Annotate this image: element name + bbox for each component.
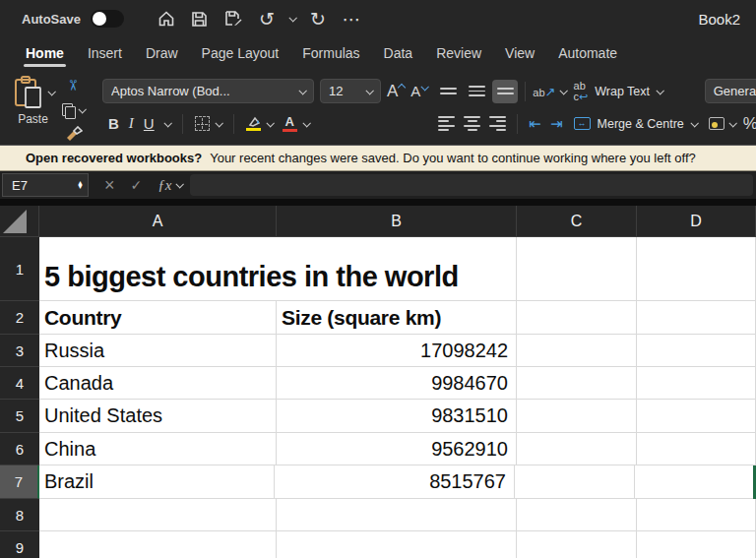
- font-name-select[interactable]: Aptos Narrow (Bod...: [102, 79, 314, 103]
- merge-centre-button[interactable]: Merge & Centre: [598, 117, 684, 131]
- select-all-button[interactable]: [0, 206, 39, 237]
- row-header-5[interactable]: 5: [0, 400, 39, 433]
- increase-indent-button[interactable]: ⇥: [550, 115, 563, 133]
- align-right-button[interactable]: [489, 116, 506, 131]
- decrease-indent-button[interactable]: ⇤: [529, 115, 541, 133]
- tab-draw[interactable]: Draw: [134, 37, 190, 69]
- cell-b8[interactable]: [277, 499, 517, 531]
- align-bottom-button[interactable]: [492, 80, 518, 103]
- cell-d2[interactable]: [637, 301, 756, 335]
- cell-b6[interactable]: 9562910: [277, 433, 517, 465]
- cell-a9[interactable]: [39, 531, 277, 558]
- cell-c8[interactable]: [517, 499, 637, 531]
- cancel-icon[interactable]: ×: [104, 175, 115, 196]
- merge-chevron-icon[interactable]: [690, 119, 698, 127]
- cell-b7[interactable]: 8515767: [275, 465, 515, 499]
- underline-chevron-icon[interactable]: [163, 119, 171, 127]
- tab-formulas[interactable]: Formulas: [290, 37, 371, 69]
- cut-button[interactable]: ✂: [62, 77, 85, 94]
- name-box[interactable]: E7 ▲▼: [2, 173, 89, 197]
- borders-button[interactable]: [195, 116, 221, 131]
- cell-a3[interactable]: Russia: [39, 335, 277, 367]
- cell-a5[interactable]: United States: [39, 400, 277, 433]
- tab-review[interactable]: Review: [424, 37, 493, 69]
- autosave-toggle[interactable]: [91, 10, 124, 28]
- cell-a6[interactable]: China: [39, 433, 277, 465]
- cell-a4[interactable]: Canada: [39, 367, 277, 400]
- cell-b3[interactable]: 17098242: [277, 335, 517, 367]
- recovery-notification-bar[interactable]: Open recovered workbooks? Your recent ch…: [0, 145, 756, 171]
- cell-b5[interactable]: 9831510: [277, 400, 517, 433]
- tab-page-layout[interactable]: Page Layout: [190, 37, 291, 69]
- cell-a2-country-header[interactable]: Country: [39, 301, 277, 335]
- cell-c9[interactable]: [517, 531, 637, 558]
- font-size-select[interactable]: 12: [320, 79, 381, 103]
- undo-chevron-icon[interactable]: [288, 14, 296, 22]
- wrap-text-chevron-icon[interactable]: [657, 87, 664, 94]
- column-header-d[interactable]: D: [637, 206, 756, 237]
- cell-b9[interactable]: [277, 531, 517, 558]
- underline-button[interactable]: U: [144, 115, 155, 132]
- align-left-button[interactable]: [438, 116, 455, 131]
- column-header-c[interactable]: C: [517, 206, 637, 237]
- insert-function-icon[interactable]: ƒx: [158, 177, 171, 194]
- row-header-9[interactable]: 9: [0, 531, 39, 558]
- font-color-button[interactable]: A: [283, 115, 309, 133]
- enter-icon[interactable]: ✓: [131, 177, 143, 193]
- cell-d7[interactable]: [635, 465, 754, 499]
- align-center-button[interactable]: [464, 116, 480, 131]
- cell-c3[interactable]: [517, 335, 637, 367]
- cell-b2-size-header[interactable]: Size (square km): [277, 301, 517, 335]
- accounting-format-button[interactable]: [709, 117, 735, 130]
- copy-button[interactable]: [62, 103, 85, 118]
- orientation-button[interactable]: ab↗: [533, 83, 565, 100]
- row-header-8[interactable]: 8: [0, 499, 39, 531]
- align-middle-button[interactable]: [464, 80, 489, 103]
- wrap-text-button[interactable]: Wrap Text: [595, 85, 650, 98]
- row-header-6[interactable]: 6: [0, 433, 39, 465]
- save-icon[interactable]: [189, 8, 211, 30]
- cell-c1[interactable]: [517, 237, 637, 301]
- number-format-select[interactable]: General: [705, 79, 756, 103]
- row-header-1[interactable]: 1: [0, 237, 39, 301]
- grow-font-button[interactable]: A: [387, 82, 405, 101]
- paste-chevron-icon[interactable]: [47, 88, 55, 95]
- cell-a8[interactable]: [39, 499, 277, 531]
- format-painter-button[interactable]: [62, 126, 85, 141]
- cell-c2[interactable]: [517, 301, 637, 335]
- percent-style-button[interactable]: %: [743, 114, 756, 134]
- cell-c7[interactable]: [515, 465, 635, 499]
- autosave-control[interactable]: AutoSave: [22, 10, 124, 28]
- cell-d1[interactable]: [637, 237, 756, 301]
- cell-a7[interactable]: Brazil: [39, 465, 275, 499]
- align-top-button[interactable]: [435, 80, 461, 103]
- row-header-4[interactable]: 4: [0, 367, 39, 400]
- tab-home[interactable]: Home: [14, 37, 76, 69]
- redo-icon[interactable]: ↻: [307, 8, 329, 30]
- name-box-spinner[interactable]: ▲▼: [77, 181, 84, 189]
- bold-button[interactable]: B: [108, 115, 119, 132]
- fill-color-button[interactable]: [246, 116, 273, 132]
- row-header-3[interactable]: 3: [0, 335, 39, 367]
- cell-d6[interactable]: [637, 433, 756, 465]
- cell-d8[interactable]: [637, 499, 756, 531]
- italic-button[interactable]: I: [129, 115, 134, 132]
- paste-button[interactable]: Paste: [12, 75, 54, 145]
- undo-icon[interactable]: ↺: [256, 8, 278, 30]
- more-commands-icon[interactable]: ⋯: [341, 8, 362, 30]
- cell-a1-title[interactable]: 5 biggest countries in the world: [39, 237, 517, 301]
- cell-c4[interactable]: [517, 367, 637, 400]
- column-header-a[interactable]: A: [39, 206, 277, 237]
- row-header-2[interactable]: 2: [0, 301, 39, 335]
- cell-d4[interactable]: [637, 367, 756, 400]
- shrink-font-button[interactable]: A: [410, 83, 427, 99]
- tab-view[interactable]: View: [493, 37, 546, 69]
- cell-d3[interactable]: [637, 335, 756, 367]
- fx-chevron-icon[interactable]: [176, 180, 184, 188]
- tab-automate[interactable]: Automate: [546, 37, 629, 69]
- column-header-b[interactable]: B: [277, 206, 517, 237]
- cell-b4[interactable]: 9984670: [277, 367, 517, 400]
- save-as-icon[interactable]: [222, 8, 244, 30]
- cell-d5[interactable]: [637, 400, 756, 433]
- cell-c5[interactable]: [517, 400, 637, 433]
